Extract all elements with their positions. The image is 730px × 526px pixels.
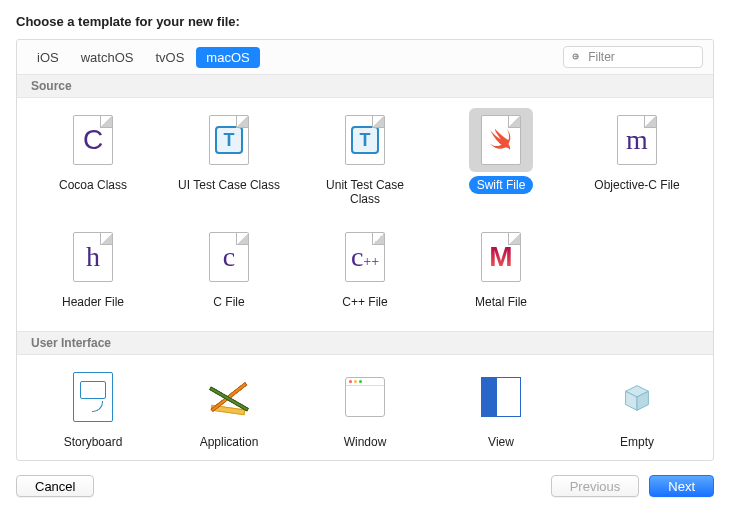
platform-toolbar: iOSwatchOStvOSmacOS — [17, 40, 713, 75]
template-item[interactable]: TUI Test Case Class — [161, 104, 297, 217]
template-item[interactable]: Application — [161, 361, 297, 459]
cube-icon — [605, 365, 669, 429]
template-item-label: C File — [205, 293, 252, 311]
template-item[interactable]: Empty — [569, 361, 705, 459]
template-item-label: UI Test Case Class — [170, 176, 288, 194]
tab-watchos[interactable]: watchOS — [71, 47, 144, 68]
template-item[interactable]: TUnit Test Case Class — [297, 104, 433, 217]
template-item-label: Window — [336, 433, 395, 451]
template-item-label: Storyboard — [56, 433, 131, 451]
template-panel: iOSwatchOStvOSmacOS SourceCCocoa ClassTU… — [16, 39, 714, 461]
section-header: Source — [17, 75, 713, 98]
app-icon — [197, 365, 261, 429]
doc-M-grad-icon: M — [469, 225, 533, 289]
template-item-label: Cocoa Class — [51, 176, 135, 194]
section-header: User Interface — [17, 331, 713, 355]
doc-c-purple-icon: c — [197, 225, 261, 289]
template-item-label: C++ File — [334, 293, 395, 311]
template-item-label: View — [480, 433, 522, 451]
template-item[interactable]: cC File — [161, 221, 297, 319]
next-button[interactable]: Next — [649, 475, 714, 497]
tab-macos[interactable]: macOS — [196, 47, 259, 68]
template-item-label: Header File — [54, 293, 132, 311]
filter-input[interactable] — [586, 49, 696, 65]
template-item[interactable]: c++C++ File — [297, 221, 433, 319]
tsquare-icon: T — [197, 108, 261, 172]
tsquare-icon: T — [333, 108, 397, 172]
template-item-label: Metal File — [467, 293, 535, 311]
dialog-footer: Cancel Previous Next — [16, 475, 714, 497]
template-item-label: Objective-C File — [586, 176, 687, 194]
cancel-button[interactable]: Cancel — [16, 475, 94, 497]
doc-h-purple-icon: h — [61, 225, 125, 289]
previous-button[interactable]: Previous — [551, 475, 640, 497]
template-grid: CCocoa ClassTUI Test Case ClassTUnit Tes… — [17, 98, 713, 331]
template-item-label: Application — [192, 433, 267, 451]
template-item[interactable]: MMetal File — [433, 221, 569, 319]
filter-icon — [570, 50, 582, 64]
template-item-label: Unit Test Case Class — [305, 176, 425, 209]
storyboard-icon — [61, 365, 125, 429]
tab-tvos[interactable]: tvOS — [145, 47, 194, 68]
doc-C-purple-icon: C — [61, 108, 125, 172]
filter-field[interactable] — [563, 46, 703, 68]
template-item[interactable]: Window — [297, 361, 433, 459]
template-item[interactable]: Swift File — [433, 104, 569, 217]
template-grid: StoryboardApplicationWindowViewEmpty — [17, 355, 713, 461]
template-item[interactable]: mObjective-C File — [569, 104, 705, 217]
window-icon — [333, 365, 397, 429]
page-title: Choose a template for your new file: — [16, 14, 714, 29]
doc-cpp-purple-icon: c++ — [333, 225, 397, 289]
swift-icon — [469, 108, 533, 172]
template-item[interactable]: Storyboard — [25, 361, 161, 459]
template-item[interactable]: CCocoa Class — [25, 104, 161, 217]
doc-m-purple-icon: m — [605, 108, 669, 172]
tab-ios[interactable]: iOS — [27, 47, 69, 68]
template-item-label: Empty — [612, 433, 662, 451]
template-item[interactable]: hHeader File — [25, 221, 161, 319]
template-item-label: Swift File — [469, 176, 534, 194]
view-icon — [469, 365, 533, 429]
template-item[interactable]: View — [433, 361, 569, 459]
